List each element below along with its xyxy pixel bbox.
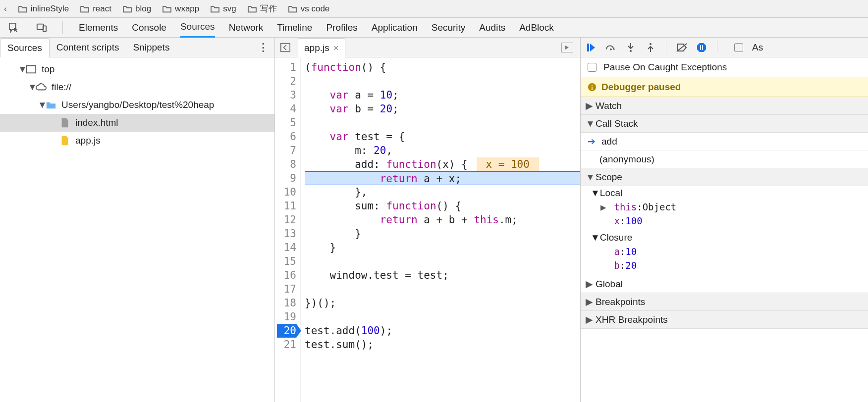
stack-frame-label: add xyxy=(601,136,617,147)
scope-global-header[interactable]: ▶Global xyxy=(581,275,868,293)
toggle-navigator-icon[interactable] xyxy=(279,41,292,54)
xhr-breakpoints-label: XHR Breakpoints xyxy=(596,314,668,325)
deactivate-breakpoints-icon[interactable] xyxy=(676,42,687,53)
line-number[interactable]: 1 xyxy=(277,60,296,74)
async-label: As xyxy=(752,42,763,53)
bookmark-item[interactable]: vs code xyxy=(288,4,330,14)
devtools-tab-audits[interactable]: Audits xyxy=(479,18,505,38)
watch-header[interactable]: ▶Watch xyxy=(581,97,868,115)
editor-tab-appjs[interactable]: app.js × xyxy=(298,38,345,58)
line-number[interactable]: 15 xyxy=(277,254,296,268)
devtools-tab-timeline[interactable]: Timeline xyxy=(277,18,312,38)
separator xyxy=(62,21,63,34)
resume-icon[interactable] xyxy=(586,42,597,53)
devtools-tab-adblock[interactable]: AdBlock xyxy=(519,18,554,38)
var-value: 20 xyxy=(625,260,637,271)
line-number-gutter[interactable]: 123456789101112131415161718192021 xyxy=(275,57,301,402)
line-number[interactable]: 21 xyxy=(277,338,296,352)
breakpoints-header[interactable]: ▶Breakpoints xyxy=(581,293,868,311)
pause-caught-checkbox[interactable] xyxy=(588,63,597,72)
line-number[interactable]: 6 xyxy=(277,130,296,144)
device-toggle-icon[interactable] xyxy=(35,21,49,35)
tree-top[interactable]: ▼ top xyxy=(0,60,274,78)
devtools-tab-elements[interactable]: Elements xyxy=(79,18,118,38)
devtools-tab-console[interactable]: Console xyxy=(132,18,166,38)
xhr-breakpoints-header[interactable]: ▶XHR Breakpoints xyxy=(581,311,868,329)
devtools-tab-security[interactable]: Security xyxy=(432,18,466,38)
bookmarks-left-arrow: ‹ xyxy=(4,4,7,14)
navigator-tab-sources[interactable]: Sources xyxy=(0,38,50,57)
code-line xyxy=(305,310,580,324)
bookmark-item[interactable]: inlineStyle xyxy=(18,4,69,14)
stack-frame-add[interactable]: ➔add xyxy=(581,133,868,151)
code-line: var b = 20; xyxy=(305,102,580,116)
pause-exceptions-icon[interactable] xyxy=(696,42,707,53)
svg-point-4 xyxy=(610,48,612,50)
code-line: }, xyxy=(305,185,580,199)
chevron-down-icon: ▼ xyxy=(591,232,600,243)
editor-panel: app.js × 1234567891011121314151617181920… xyxy=(275,38,581,402)
line-number[interactable]: 3 xyxy=(277,88,296,102)
more-options-icon[interactable]: ⋮ xyxy=(258,41,269,54)
devtools-tab-sources[interactable]: Sources xyxy=(180,18,215,38)
line-number[interactable]: 5 xyxy=(277,116,296,130)
var-name: b xyxy=(614,260,619,271)
scope-local-header[interactable]: ▼Local xyxy=(581,186,868,200)
step-into-icon[interactable] xyxy=(625,42,636,53)
line-number[interactable]: 2 xyxy=(277,74,296,88)
line-number[interactable]: 11 xyxy=(277,199,296,213)
code-line: var test = { xyxy=(305,130,580,144)
scope-var-a[interactable]: a: 10 xyxy=(581,245,868,258)
code-content[interactable]: (function() { var a = 10; var b = 20; va… xyxy=(301,57,580,402)
scope-var-x[interactable]: x: 100 xyxy=(581,214,868,228)
scope-local: ▼Local ▶ this: Object x: 100 xyxy=(581,186,868,231)
devtools-tab-profiles[interactable]: Profiles xyxy=(326,18,357,38)
bookmark-item[interactable]: wxapp xyxy=(162,4,199,14)
line-number[interactable]: 9 xyxy=(277,171,296,185)
line-number[interactable]: 8 xyxy=(277,157,296,171)
scope-header[interactable]: ▼Scope xyxy=(581,168,868,186)
line-number[interactable]: 16 xyxy=(277,268,296,282)
close-icon[interactable]: × xyxy=(333,43,339,53)
navigator-tabstrip: SourcesContent scriptsSnippets⋮ xyxy=(0,38,274,57)
chevron-down-icon: ▼ xyxy=(18,64,25,75)
line-number[interactable]: 10 xyxy=(277,185,296,199)
devtools-tab-application[interactable]: Application xyxy=(372,18,418,38)
code-editor[interactable]: 123456789101112131415161718192021 (funct… xyxy=(275,57,580,402)
scope-closure-header[interactable]: ▼Closure xyxy=(581,231,868,245)
callstack-header[interactable]: ▼Call Stack xyxy=(581,115,868,133)
step-over-icon[interactable] xyxy=(605,42,616,53)
async-checkbox[interactable] xyxy=(734,43,743,52)
code-line: } xyxy=(305,241,580,254)
debugger-panel: As Pause On Caught Exceptions i Debugger… xyxy=(581,38,868,402)
line-number[interactable]: 13 xyxy=(277,227,296,241)
code-line: add: function(x) { x = 100 xyxy=(305,157,580,171)
devtools-tab-network[interactable]: Network xyxy=(229,18,264,38)
run-snippet-icon[interactable] xyxy=(561,43,573,52)
scope-var-b[interactable]: b: 20 xyxy=(581,258,868,272)
line-number[interactable]: 18 xyxy=(277,296,296,310)
tree-file-appjs[interactable]: app.js xyxy=(0,132,274,150)
bookmark-item[interactable]: blog xyxy=(122,4,151,14)
tree-origin[interactable]: ▼ file:// xyxy=(0,78,274,96)
line-number[interactable]: 20 xyxy=(277,324,296,338)
bookmark-item[interactable]: react xyxy=(80,4,111,14)
line-number[interactable]: 4 xyxy=(277,102,296,116)
navigator-tab-content-scripts[interactable]: Content scripts xyxy=(50,38,126,57)
line-number[interactable]: 17 xyxy=(277,282,296,296)
step-out-icon[interactable] xyxy=(645,42,656,53)
line-number[interactable]: 12 xyxy=(277,213,296,227)
bookmark-item[interactable]: svg xyxy=(210,4,236,14)
inspect-icon[interactable] xyxy=(7,21,21,35)
devtools: ElementsConsoleSourcesNetworkTimelinePro… xyxy=(0,18,868,402)
line-number[interactable]: 7 xyxy=(277,144,296,157)
tree-file-index[interactable]: index.html xyxy=(0,114,274,132)
line-number[interactable]: 14 xyxy=(277,241,296,254)
pause-caught-row[interactable]: Pause On Caught Exceptions xyxy=(581,57,868,77)
line-number[interactable]: 19 xyxy=(277,310,296,324)
scope-var-this[interactable]: ▶ this: Object xyxy=(581,200,868,214)
bookmark-item[interactable]: 写作 xyxy=(247,3,277,14)
navigator-tab-snippets[interactable]: Snippets xyxy=(126,38,176,57)
tree-folder[interactable]: ▼ Users/yangbo/Desktop/test%20heap xyxy=(0,96,274,114)
stack-frame-anon[interactable]: (anonymous) xyxy=(581,151,868,168)
